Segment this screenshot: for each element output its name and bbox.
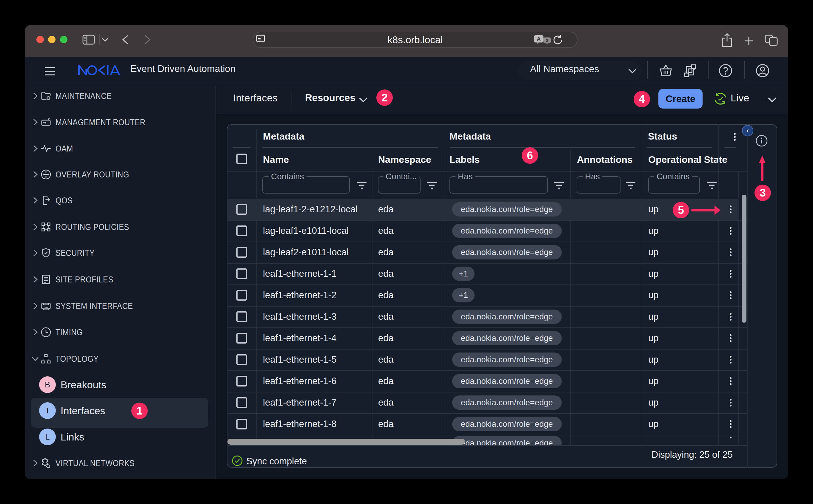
svg-text:A: A	[537, 36, 541, 42]
svg-text:x: x	[546, 38, 548, 43]
